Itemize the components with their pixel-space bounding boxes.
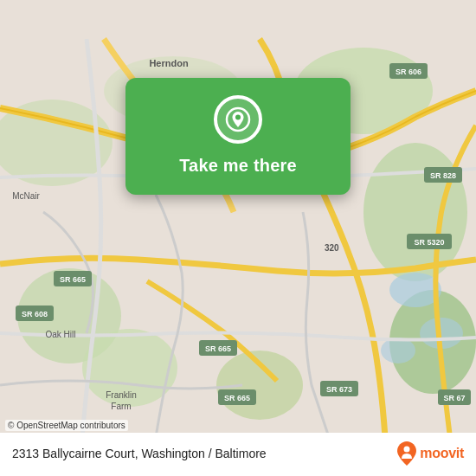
svg-point-11 xyxy=(381,338,415,363)
map-container: Herndon McNair Oak Hill Franklin Farm VA… xyxy=(0,0,476,476)
map-svg: Herndon McNair Oak Hill Franklin Farm VA… xyxy=(0,0,476,476)
svg-text:SR 673: SR 673 xyxy=(326,385,352,394)
location-pin-icon xyxy=(214,95,262,144)
svg-text:Franklin: Franklin xyxy=(106,390,137,400)
bottom-bar: 2313 Ballycairne Court, Washington / Bal… xyxy=(0,433,476,476)
svg-text:320: 320 xyxy=(325,243,339,253)
moovit-wordmark: moovit xyxy=(420,446,464,461)
action-card: Take me there xyxy=(125,78,351,195)
take-me-there-button[interactable]: Take me there xyxy=(179,156,297,176)
moovit-logo: moovit xyxy=(397,441,464,466)
svg-text:Herndon: Herndon xyxy=(149,58,189,68)
svg-text:SR 665: SR 665 xyxy=(205,344,231,353)
svg-text:SR 67: SR 67 xyxy=(443,394,465,402)
address-text: 2313 Ballycairne Court, Washington / Bal… xyxy=(12,447,267,460)
moovit-pin-icon xyxy=(397,441,416,466)
osm-attribution: © OpenStreetMap contributors xyxy=(5,420,128,431)
svg-text:SR 828: SR 828 xyxy=(430,171,456,180)
svg-text:McNair: McNair xyxy=(12,191,40,201)
svg-point-39 xyxy=(235,115,241,120)
svg-text:SR 606: SR 606 xyxy=(396,68,421,76)
svg-text:Oak Hill: Oak Hill xyxy=(45,330,75,339)
svg-text:Farm: Farm xyxy=(111,402,131,411)
svg-text:SR 665: SR 665 xyxy=(60,275,86,284)
svg-text:SR 608: SR 608 xyxy=(22,310,48,318)
svg-text:SR 665: SR 665 xyxy=(224,394,250,402)
svg-point-40 xyxy=(404,447,410,453)
svg-text:SR 5320: SR 5320 xyxy=(414,238,444,247)
